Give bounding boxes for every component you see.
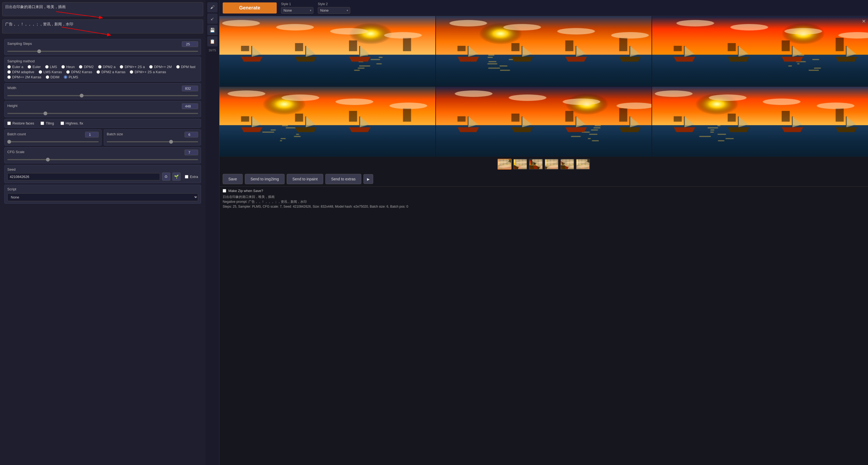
- method-heun[interactable]: Heun: [61, 65, 74, 69]
- script-label: Script: [7, 187, 198, 191]
- thumbnail-3[interactable]: [529, 159, 543, 170]
- info-steps: Steps: 25, Sampler: PLMS, CFG scale: 7, …: [223, 204, 865, 209]
- send-to-inpaint-button[interactable]: Send to inpaint: [287, 174, 323, 184]
- styles-group: Style 1 None Style 2 None: [281, 2, 350, 14]
- method-euler[interactable]: Euler: [28, 65, 40, 69]
- copy-icon-btn[interactable]: 📋: [207, 36, 218, 46]
- width-label: Width: [7, 86, 16, 90]
- save-button[interactable]: Save: [223, 174, 243, 184]
- thumbnail-1[interactable]: [497, 159, 512, 170]
- close-panel-button[interactable]: ✕: [862, 19, 866, 24]
- style2-label: Style 2: [318, 2, 350, 6]
- sampling-steps-value[interactable]: [182, 41, 198, 47]
- height-value[interactable]: [182, 103, 198, 109]
- cfg-scale-value[interactable]: [185, 150, 198, 155]
- thumbnail-4[interactable]: [545, 159, 559, 170]
- batch-row: Batch count Batch size: [4, 129, 201, 145]
- zip-label: Make Zip when Save?: [228, 189, 263, 193]
- style1-item: Style 1 None: [281, 2, 313, 14]
- generate-button[interactable]: Generate: [223, 2, 277, 13]
- seed-label: Seed: [7, 167, 198, 171]
- height-container: Height: [4, 101, 201, 117]
- method-dpmpp2mkarras[interactable]: DPM++ 2M Karras: [7, 75, 41, 79]
- style2-item: Style 2 None: [318, 2, 350, 14]
- method-dpm2karras[interactable]: DPM2 Karras: [66, 70, 92, 74]
- sampling-method-label: Sampling method: [7, 59, 198, 63]
- image-cell-4[interactable]: [219, 87, 435, 157]
- height-label: Height: [7, 104, 18, 108]
- token-counter: 16/75: [209, 48, 216, 52]
- method-dpmpp2sakarras[interactable]: DPM++ 2S a Karras: [130, 70, 166, 74]
- script-select[interactable]: None: [7, 193, 198, 201]
- image-cell-3[interactable]: [652, 16, 868, 86]
- options-row: Restore faces Tiling Highres. fix: [4, 119, 201, 128]
- tiling-checkbox[interactable]: Tiling: [40, 121, 54, 125]
- method-dpmpp2m[interactable]: DPM++ 2M: [149, 65, 172, 69]
- batch-size-value[interactable]: [185, 132, 198, 137]
- image-cell-2[interactable]: [436, 16, 652, 86]
- method-lms[interactable]: LMS: [45, 65, 57, 69]
- seed-random-icon[interactable]: 🌱: [173, 172, 181, 181]
- image-cell-5[interactable]: [436, 87, 652, 157]
- method-dpm2akarras[interactable]: DPM2 a Karras: [96, 70, 125, 74]
- icon-bar: 🖌 ↙ 💾 📋 16/75: [206, 0, 219, 465]
- method-dpmadaptive[interactable]: DPM adaptive: [7, 70, 34, 74]
- thumbnail-6[interactable]: [576, 159, 590, 170]
- width-slider[interactable]: [7, 95, 198, 96]
- send-to-extras-button[interactable]: Send to extras: [326, 174, 361, 184]
- save-icon-btn[interactable]: 💾: [207, 25, 218, 35]
- sampling-steps-container: Sampling Steps: [4, 39, 201, 55]
- style2-select[interactable]: None: [318, 7, 350, 14]
- positive-prompt[interactable]: 日出在印象的港口来回，唯美，插画: [2, 2, 203, 16]
- method-dpmpp2sa[interactable]: DPM++ 2S a: [120, 65, 145, 69]
- batch-size-container: Batch size: [104, 129, 201, 145]
- cfg-scale-slider[interactable]: [7, 159, 198, 160]
- sampling-method-grid: Euler a Euler LMS Heun DPM2: [7, 65, 198, 79]
- method-dpm2[interactable]: DPM2: [79, 65, 93, 69]
- method-dpm2a[interactable]: DPM2 a: [98, 65, 116, 69]
- batch-size-slider[interactable]: [107, 141, 198, 142]
- thumbnail-2[interactable]: [513, 159, 527, 170]
- batch-count-label: Batch count: [7, 132, 26, 136]
- thumbnail-5[interactable]: [560, 159, 574, 170]
- resize-icon-btn[interactable]: ↙: [207, 13, 218, 24]
- info-positive: 日出在印象的港口来回，唯美，插画: [223, 194, 865, 199]
- height-slider[interactable]: [7, 113, 198, 114]
- negative-prompt[interactable]: 广告，，！，，，；，资讯，新闻，水印: [2, 20, 203, 33]
- sampling-method-container: Sampling method Euler a Euler LMS Heun: [4, 57, 201, 81]
- generate-area: Generate Style 1 None Style 2 None: [219, 0, 868, 465]
- highres-fix-checkbox[interactable]: Highres. fix: [61, 121, 83, 125]
- method-euler-a[interactable]: Euler a: [7, 65, 23, 69]
- seed-container: Seed ♻ 🌱 Extra: [4, 165, 201, 183]
- style1-select[interactable]: None: [281, 7, 313, 14]
- thumbnails-row: [219, 157, 868, 172]
- seed-input[interactable]: [7, 173, 160, 180]
- seed-recycle-icon[interactable]: ♻: [162, 172, 170, 181]
- image-cell-1[interactable]: [219, 16, 435, 86]
- cfg-scale-label: CFG Scale: [7, 150, 25, 154]
- sampling-steps-slider[interactable]: [7, 51, 198, 52]
- restore-faces-checkbox[interactable]: Restore faces: [7, 121, 34, 125]
- batch-count-container: Batch count: [4, 129, 102, 145]
- extra-checkbox[interactable]: Extra: [185, 175, 198, 179]
- batch-size-label: Batch size: [107, 132, 123, 136]
- action-buttons: Save Send to img2img Send to inpaint Sen…: [219, 172, 868, 186]
- method-plms[interactable]: PLMS: [64, 75, 78, 79]
- sampling-steps-label: Sampling Steps: [7, 42, 32, 46]
- info-bar: Make Zip when Save? 日出在印象的港口来回，唯美，插画 Neg…: [219, 186, 868, 211]
- send-icon-button[interactable]: ▶: [364, 174, 373, 184]
- method-dpmfast[interactable]: DPM fast: [176, 65, 195, 69]
- image-cell-6[interactable]: [652, 87, 868, 157]
- brush-icon-btn[interactable]: 🖌: [207, 2, 218, 12]
- cfg-scale-container: CFG Scale: [4, 147, 201, 163]
- style1-label: Style 1: [281, 2, 313, 6]
- batch-count-slider[interactable]: [7, 141, 99, 142]
- send-to-img2img-button[interactable]: Send to img2img: [245, 174, 284, 184]
- batch-count-value[interactable]: [85, 132, 99, 137]
- info-negative: Negative prompt: 广告，，！，，，；，资讯，新闻，水印: [223, 199, 865, 204]
- method-ddim[interactable]: DDIM: [46, 75, 59, 79]
- method-lmskarras[interactable]: LMS Karras: [39, 70, 62, 74]
- width-value[interactable]: [182, 86, 198, 91]
- left-panel: 日出在印象的港口来回，唯美，插画 广告，，！，，，；，资讯，新闻，水印: [0, 0, 206, 465]
- zip-checkbox[interactable]: [223, 189, 226, 193]
